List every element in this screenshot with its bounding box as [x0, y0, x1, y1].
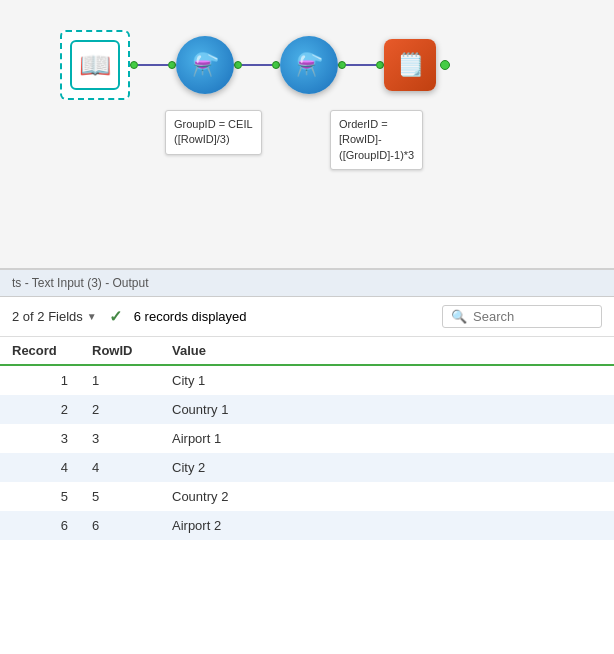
input-dot-4 [272, 61, 280, 69]
table-body: 11City 122Country 133Airport 144City 255… [0, 365, 614, 540]
cell-rowid: 2 [80, 395, 160, 424]
cell-rowid: 6 [80, 511, 160, 540]
flask2-circle: ⚗️ [280, 36, 338, 94]
table-row: 11City 1 [0, 365, 614, 395]
cell-record: 2 [0, 395, 80, 424]
results-header: ts - Text Input (3) - Output [0, 270, 614, 297]
col-header-value: Value [160, 337, 614, 365]
workflow-nodes: 📖 ⚗️ ⚗️ [60, 30, 436, 100]
cell-value: Country 2 [160, 482, 614, 511]
connector-1 [130, 61, 176, 69]
cell-value: Airport 2 [160, 511, 614, 540]
output-dot-3 [234, 61, 242, 69]
output-right-dot [440, 60, 450, 70]
cell-value: Airport 1 [160, 424, 614, 453]
data-table: Record RowID Value 11City 122Country 133… [0, 337, 614, 540]
input-dot-6 [376, 61, 384, 69]
output-circle: 🗒️ [384, 39, 436, 91]
cell-record: 4 [0, 453, 80, 482]
chevron-down-icon: ▼ [87, 311, 97, 322]
input-node[interactable]: 📖 [60, 30, 130, 100]
input-dot-2 [168, 61, 176, 69]
cell-rowid: 1 [80, 365, 160, 395]
fields-label: 2 of 2 Fields [12, 309, 83, 324]
results-header-text: ts - Text Input (3) - Output [12, 276, 149, 290]
checkmark-icon[interactable]: ✓ [109, 307, 122, 326]
table-row: 22Country 1 [0, 395, 614, 424]
line-2 [242, 64, 272, 66]
formula1-label: GroupID = CEIL ([RowID]/3) [165, 110, 262, 155]
output-icon: 🗒️ [397, 52, 424, 78]
cell-record: 6 [0, 511, 80, 540]
cell-rowid: 5 [80, 482, 160, 511]
table-row: 33Airport 1 [0, 424, 614, 453]
cell-value: City 1 [160, 365, 614, 395]
col-header-rowid: RowID [80, 337, 160, 365]
table-wrapper: Record RowID Value 11City 122Country 133… [0, 337, 614, 654]
table-row: 44City 2 [0, 453, 614, 482]
book-icon: 📖 [79, 50, 111, 81]
formula2-label: OrderID = [RowID]- ([GroupID]-1)*3 [330, 110, 423, 170]
cell-rowid: 3 [80, 424, 160, 453]
formula2-node[interactable]: ⚗️ [280, 36, 338, 94]
cell-record: 3 [0, 424, 80, 453]
connector-2 [234, 61, 280, 69]
line-3 [346, 64, 376, 66]
table-row: 66Airport 2 [0, 511, 614, 540]
cell-value: City 2 [160, 453, 614, 482]
book-node-inner: 📖 [70, 40, 120, 90]
formula2-line1: OrderID = [339, 118, 388, 130]
cell-record: 5 [0, 482, 80, 511]
output-dot-1 [130, 61, 138, 69]
formula2-line3: ([GroupID]-1)*3 [339, 149, 414, 161]
workflow-canvas: 📖 ⚗️ ⚗️ [0, 0, 614, 270]
table-header-row: Record RowID Value [0, 337, 614, 365]
results-toolbar: 2 of 2 Fields ▼ ✓ 6 records displayed 🔍 [0, 297, 614, 337]
connector-3 [338, 61, 384, 69]
formula2-line2: [RowID]- [339, 133, 382, 145]
cell-rowid: 4 [80, 453, 160, 482]
flask1-icon: ⚗️ [192, 52, 219, 78]
fields-dropdown[interactable]: 2 of 2 Fields ▼ [12, 309, 97, 324]
cell-record: 1 [0, 365, 80, 395]
book-node-border: 📖 [60, 30, 130, 100]
flask2-icon: ⚗️ [296, 52, 323, 78]
output-dot-5 [338, 61, 346, 69]
search-icon: 🔍 [451, 309, 467, 324]
search-box[interactable]: 🔍 [442, 305, 602, 328]
flask1-circle: ⚗️ [176, 36, 234, 94]
output-node[interactable]: 🗒️ [384, 39, 436, 91]
table-row: 55Country 2 [0, 482, 614, 511]
records-count: 6 records displayed [134, 309, 247, 324]
search-input[interactable] [473, 309, 593, 324]
formula1-line1: GroupID = CEIL [174, 118, 253, 130]
cell-value: Country 1 [160, 395, 614, 424]
line-1 [138, 64, 168, 66]
formula1-line2: ([RowID]/3) [174, 133, 230, 145]
results-panel: ts - Text Input (3) - Output 2 of 2 Fiel… [0, 270, 614, 654]
col-header-record: Record [0, 337, 80, 365]
table-header: Record RowID Value [0, 337, 614, 365]
formula1-node[interactable]: ⚗️ [176, 36, 234, 94]
